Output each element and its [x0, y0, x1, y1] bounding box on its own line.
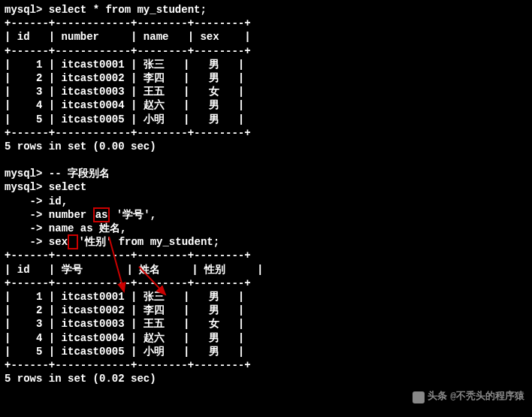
prompt: mysql> — [5, 168, 42, 180]
header-xingbie: 性别 — [204, 264, 225, 276]
as-keyword-highlight: as — [93, 207, 110, 222]
cont-prompt: -> — [5, 236, 42, 248]
table-row: | 1 | itcast0001 | 张三 | 男 | — [5, 59, 244, 71]
watermark-prefix: 头条 — [428, 391, 447, 403]
table-border: +------+------------+--------+--------+ — [5, 359, 251, 371]
empty-alias-highlight — [68, 234, 78, 249]
table-border: +------+------------+--------+--------+ — [5, 17, 251, 29]
table-row: | 1 | itcast0001 | 张三 | 男 | — [5, 291, 244, 303]
table-row: | 3 | itcast0003 | 王五 | 女 | — [5, 86, 244, 98]
sql-number-pre: number — [49, 209, 93, 221]
table-row: | 3 | itcast0003 | 王五 | 女 | — [5, 318, 244, 330]
terminal-output: mysql> select * from my_student; +------… — [5, 3, 527, 385]
table-row: | 4 | itcast0004 | 赵六 | 男 | — [5, 99, 244, 111]
cont-prompt: -> — [5, 222, 42, 234]
result-text-2: 5 rows in set (0.02 sec) — [5, 373, 156, 385]
sql-sex-post: '性别' from my_student; — [78, 236, 219, 248]
watermark-text: @不秃头的程序猿 — [450, 391, 524, 403]
prompt: mysql> — [5, 181, 42, 193]
cont-prompt: -> — [5, 195, 42, 207]
sql-sex-pre: sex — [49, 236, 68, 248]
header-id: id — [17, 264, 30, 276]
table-header-1: | id | number | name | sex | — [5, 31, 251, 43]
sql-id: id, — [49, 195, 68, 207]
header-xingming: 姓名 — [139, 264, 160, 276]
table-border: +------+------------+--------+--------+ — [5, 45, 251, 57]
sql-name: name as 姓名, — [49, 222, 127, 234]
cont-prompt: -> — [5, 209, 42, 221]
table-border: +------+------------+--------+--------+ — [5, 277, 251, 289]
sql-comment: -- 字段别名 — [49, 168, 110, 180]
table-row: | 5 | itcast0005 | 小明 | 男 | — [5, 346, 244, 358]
prompt: mysql> — [5, 4, 42, 16]
table-row: | 5 | itcast0005 | 小明 | 男 | — [5, 113, 244, 125]
sql-query-1: select * from my_student; — [49, 4, 207, 16]
watermark: 头条 @不秃头的程序猿 — [413, 391, 524, 403]
table-row: | 4 | itcast0004 | 赵六 | 男 | — [5, 332, 244, 344]
table-row: | 2 | itcast0002 | 李四 | 男 | — [5, 304, 244, 316]
table-row: | 2 | itcast0002 | 李四 | 男 | — [5, 72, 244, 84]
result-text-1: 5 rows in set (0.00 sec) — [5, 141, 156, 153]
toutiao-icon — [413, 391, 425, 403]
sql-number-post: '学号', — [110, 209, 156, 221]
sql-select: select — [49, 181, 86, 193]
table-border: +------+------------+--------+--------+ — [5, 249, 251, 261]
table-border: +------+------------+--------+--------+ — [5, 127, 251, 139]
header-xuehao: 学号 — [62, 264, 83, 276]
